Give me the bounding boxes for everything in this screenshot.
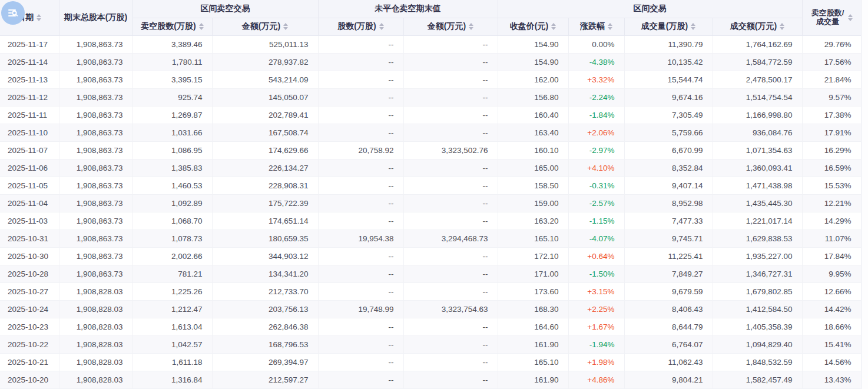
- cell-short_amount: 269,394.97: [212, 353, 318, 371]
- cell-date: 2025-11-11: [0, 106, 59, 124]
- cell-change: 0.00%: [568, 35, 624, 53]
- cell-total_shares: 1,908,863.73: [59, 230, 132, 247]
- cell-volume: 11,390.79: [624, 35, 713, 53]
- cell-open_shares: --: [318, 35, 403, 53]
- sort-icon: [283, 23, 288, 30]
- cell-change: +3.15%: [568, 282, 624, 300]
- table-row: 2025-11-131,908,863.733,395.15543,214.09…: [0, 71, 861, 88]
- cell-turnover: 1,514,754.54: [713, 88, 802, 106]
- sort-icon: [379, 23, 384, 30]
- cell-date: 2025-10-22: [0, 335, 59, 353]
- cell-total_shares: 1,908,828.03: [59, 335, 132, 353]
- sort-icon: [469, 23, 473, 30]
- cell-date: 2025-11-04: [0, 194, 59, 212]
- sort-icon: [551, 23, 556, 30]
- table-row: 2025-11-041,908,863.731,092.89175,722.39…: [0, 194, 861, 212]
- cell-total_shares: 1,908,863.73: [59, 35, 132, 53]
- cell-volume: 6,670.99: [624, 141, 713, 159]
- col-header-turnover[interactable]: 成交额(万元): [713, 18, 802, 35]
- col-header-short-ratio[interactable]: 卖空股数/成交量: [802, 0, 861, 35]
- cell-volume: 9,674.16: [624, 88, 713, 106]
- cell-short_shares: 925.74: [132, 88, 212, 106]
- cell-short_shares: 3,395.15: [132, 71, 212, 88]
- cell-open_shares: 19,954.38: [318, 230, 403, 247]
- table-row: 2025-11-111,908,863.731,269.87202,789.41…: [0, 106, 861, 124]
- table-row: 2025-11-101,908,863.731,031.66167,508.74…: [0, 124, 861, 141]
- cell-open_shares: --: [318, 159, 403, 177]
- col-header-short-amount[interactable]: 金额(万元): [212, 18, 318, 35]
- cell-open_shares: --: [318, 88, 403, 106]
- cell-short_ratio: 17.84%: [802, 247, 861, 265]
- table-row: 2025-11-051,908,863.731,460.53228,908.31…: [0, 177, 861, 194]
- cell-close: 165.10: [498, 353, 568, 371]
- col-header-change-label: 涨跌幅: [580, 21, 605, 31]
- cell-volume: 7,849.27: [624, 265, 713, 282]
- scrollbar-gutter[interactable]: [861, 0, 868, 389]
- col-header-volume[interactable]: 成交量(万股): [624, 18, 713, 35]
- cell-date: 2025-11-17: [0, 35, 59, 53]
- col-header-open-shares-label: 股数(万股): [337, 21, 376, 31]
- group-header-open-short: 未平仓卖空期末值: [318, 0, 498, 18]
- cell-open_amount: 3,323,754.63: [403, 300, 498, 318]
- cell-short_ratio: 14.42%: [802, 300, 861, 318]
- cell-short_ratio: 9.95%: [802, 265, 861, 282]
- cell-total_shares: 1,908,863.73: [59, 141, 132, 159]
- cell-date: 2025-10-27: [0, 282, 59, 300]
- col-header-open-shares[interactable]: 股数(万股): [318, 18, 403, 35]
- cell-open_shares: 20,758.92: [318, 141, 403, 159]
- col-header-short-shares[interactable]: 卖空股数(万股): [132, 18, 212, 35]
- col-header-close[interactable]: 收盘价(元): [498, 18, 568, 35]
- col-header-change[interactable]: 涨跌幅: [568, 18, 624, 35]
- cell-open_amount: --: [403, 35, 498, 53]
- cell-short_ratio: 14.29%: [802, 212, 861, 230]
- cell-short_shares: 1,068.70: [132, 212, 212, 230]
- cell-volume: 6,764.07: [624, 335, 713, 353]
- cell-short_shares: 1,316.84: [132, 371, 212, 388]
- cell-open_shares: --: [318, 71, 403, 88]
- cell-total_shares: 1,908,863.73: [59, 124, 132, 141]
- cell-short_shares: 1,269.87: [132, 106, 212, 124]
- cell-short_shares: 1,212.47: [132, 300, 212, 318]
- cell-turnover: 1,935,227.00: [713, 247, 802, 265]
- cell-open_amount: --: [403, 159, 498, 177]
- cell-open_amount: --: [403, 53, 498, 71]
- cell-close: 160.10: [498, 141, 568, 159]
- search-list-badge[interactable]: [1, 1, 25, 25]
- table-row: 2025-11-121,908,863.73925.74145,050.07--…: [0, 88, 861, 106]
- cell-turnover: 1,094,829.40: [713, 335, 802, 353]
- cell-date: 2025-11-07: [0, 141, 59, 159]
- cell-turnover: 1,848,532.59: [713, 353, 802, 371]
- table-row: 2025-10-241,908,828.031,212.47203,756.13…: [0, 300, 861, 318]
- cell-date: 2025-11-13: [0, 71, 59, 88]
- cell-open_shares: --: [318, 353, 403, 371]
- cell-short_amount: 180,659.35: [212, 230, 318, 247]
- cell-change: +3.32%: [568, 71, 624, 88]
- cell-turnover: 1,412,584.50: [713, 300, 802, 318]
- cell-open_amount: --: [403, 212, 498, 230]
- cell-short_shares: 1,611.18: [132, 353, 212, 371]
- cell-short_amount: 167,508.74: [212, 124, 318, 141]
- cell-short_shares: 781.21: [132, 265, 212, 282]
- cell-open_shares: --: [318, 318, 403, 335]
- cell-short_shares: 1,460.53: [132, 177, 212, 194]
- col-header-open-amount[interactable]: 金额(万元): [403, 18, 498, 35]
- cell-date: 2025-10-30: [0, 247, 59, 265]
- cell-short_amount: 262,846.38: [212, 318, 318, 335]
- cell-open_shares: --: [318, 265, 403, 282]
- table-row: 2025-11-031,908,863.731,068.70174,651.14…: [0, 212, 861, 230]
- cell-short_shares: 1,031.66: [132, 124, 212, 141]
- cell-close: 161.90: [498, 371, 568, 388]
- cell-open_shares: --: [318, 212, 403, 230]
- cell-date: 2025-11-05: [0, 177, 59, 194]
- table-row: 2025-10-231,908,828.031,613.04262,846.38…: [0, 318, 861, 335]
- cell-open_shares: --: [318, 106, 403, 124]
- cell-open_amount: 3,294,468.73: [403, 230, 498, 247]
- cell-open_shares: --: [318, 371, 403, 388]
- col-header-short-shares-label: 卖空股数(万股): [141, 21, 196, 31]
- cell-date: 2025-11-03: [0, 212, 59, 230]
- table-row: 2025-10-311,908,863.731,078.73180,659.35…: [0, 230, 861, 247]
- table-row: 2025-11-061,908,863.731,385.83226,134.27…: [0, 159, 861, 177]
- cell-close: 156.80: [498, 88, 568, 106]
- cell-turnover: 1,346,727.31: [713, 265, 802, 282]
- col-header-short-amount-label: 金额(万元): [242, 21, 280, 31]
